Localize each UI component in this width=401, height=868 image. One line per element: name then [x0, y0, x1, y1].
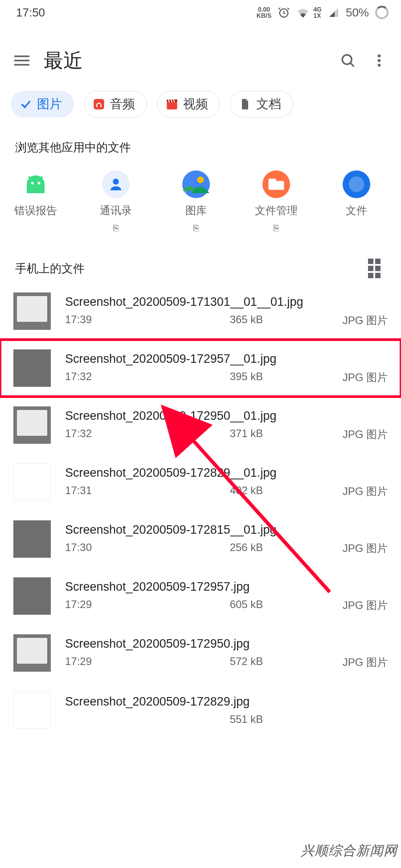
filter-chips: 图片 音频 视频 文档: [0, 83, 401, 130]
chip-docs[interactable]: 文档: [230, 91, 293, 118]
file-time: 17:39: [65, 313, 163, 328]
file-size: 605 kB: [163, 598, 330, 612]
battery-ring-icon: [375, 6, 389, 19]
network-type-top: 4G: [313, 6, 322, 12]
battery-percent: 50%: [346, 6, 369, 20]
page-title: 最近: [44, 48, 83, 74]
file-row[interactable]: Screenshot_20200509-172950__01.jpg17:323…: [0, 397, 401, 454]
app-source-filemanager[interactable]: 文件管理 ⎘: [236, 170, 316, 235]
file-time: 17:29: [65, 598, 163, 612]
file-thumbnail: [13, 292, 51, 330]
file-size: 256 kB: [163, 541, 330, 556]
file-size: 371 kB: [163, 427, 330, 442]
app-bar: 最近: [0, 38, 401, 83]
file-type: [330, 713, 388, 726]
file-row[interactable]: Screenshot_20200509-172829.jpg551 kB: [0, 681, 401, 738]
svg-rect-1: [14, 56, 29, 57]
file-subline: 17:32395 kBJPG 图片: [65, 370, 388, 385]
file-thumbnail: [13, 577, 51, 615]
watermark: 兴顺综合新闻网: [297, 841, 401, 861]
app-source-files[interactable]: 文件: [316, 170, 397, 235]
file-subline: 17:32371 kBJPG 图片: [65, 427, 388, 442]
network-type-bottom: 1X: [313, 12, 322, 19]
chip-video-label: 视频: [183, 96, 208, 113]
file-name: Screenshot_20200509-172957__01.jpg: [65, 352, 388, 366]
file-thumbnail: [13, 520, 51, 558]
svg-point-18: [197, 177, 204, 183]
file-row[interactable]: Screenshot_20200509-172829__01.jpg17:314…: [0, 454, 401, 511]
section-phone-files-label: 手机上的文件: [15, 261, 85, 276]
file-size: 365 kB: [163, 313, 330, 328]
wifi-icon: [296, 7, 310, 18]
file-time: 17:31: [65, 484, 163, 499]
external-icon: ⎘: [274, 223, 279, 235]
file-list: Screenshot_20200509-171301__01__01.jpg17…: [0, 283, 401, 738]
app-sources-row[interactable]: 错误报告 通讯录 ⎘ 图库 ⎘ 文件管理 ⎘ 文件: [0, 160, 401, 249]
file-thumbnail: [13, 463, 51, 501]
chip-images[interactable]: 图片: [11, 91, 74, 118]
file-row[interactable]: Screenshot_20200509-172957__01.jpg17:323…: [0, 340, 401, 397]
svg-rect-20: [269, 181, 284, 190]
status-bar: 17:50 0.00 KB/S 4G 1X 50%: [0, 0, 401, 25]
menu-button[interactable]: [6, 53, 37, 68]
svg-point-12: [31, 182, 34, 185]
file-row[interactable]: Screenshot_20200509-172815__01.jpg17:302…: [0, 511, 401, 568]
clapper-icon: [165, 97, 179, 111]
app-source-label: 图库: [185, 203, 207, 218]
chip-audio[interactable]: 音频: [84, 91, 147, 118]
svg-rect-2: [14, 60, 29, 61]
file-type: JPG 图片: [330, 598, 388, 612]
svg-rect-9: [94, 99, 104, 109]
section-other-apps: 浏览其他应用中的文件: [0, 130, 401, 160]
gallery-icon: [182, 170, 210, 198]
file-name: Screenshot_20200509-172815__01.jpg: [65, 523, 388, 537]
file-subline: 551 kB: [65, 713, 388, 726]
file-size: 551 kB: [163, 713, 330, 726]
network-speed: 0.00 KB/S: [257, 6, 271, 19]
external-icon: ⎘: [193, 223, 199, 235]
headphones-icon: [92, 97, 106, 111]
signal-icon: [328, 7, 340, 18]
app-source-contacts[interactable]: 通讯录 ⎘: [76, 170, 156, 235]
file-time: 17:32: [65, 370, 163, 385]
search-button[interactable]: [332, 53, 364, 69]
file-meta: Screenshot_20200509-171301__01__01.jpg17…: [65, 295, 388, 328]
file-time: [65, 713, 163, 726]
folder-icon: [262, 170, 290, 198]
svg-point-6: [378, 54, 381, 57]
file-subline: 17:29572 kBJPG 图片: [65, 655, 388, 669]
file-time: 17:32: [65, 427, 163, 442]
file-row[interactable]: Screenshot_20200509-171301__01__01.jpg17…: [0, 283, 401, 340]
file-meta: Screenshot_20200509-172950.jpg17:29572 k…: [65, 637, 388, 669]
status-time: 17:50: [16, 6, 45, 20]
chip-video[interactable]: 视频: [157, 91, 220, 118]
svg-rect-10: [167, 102, 177, 109]
file-row[interactable]: Screenshot_20200509-172957.jpg17:29605 k…: [0, 568, 401, 625]
document-icon: [238, 97, 252, 111]
status-right: 0.00 KB/S 4G 1X 50%: [257, 6, 389, 20]
app-source-label: 文件: [346, 203, 367, 218]
app-source-label: 通讯录: [100, 203, 132, 218]
app-source-bugreport[interactable]: 错误报告: [0, 170, 76, 235]
svg-point-8: [378, 64, 381, 67]
file-time: 17:29: [65, 655, 163, 669]
app-source-gallery[interactable]: 图库 ⎘: [156, 170, 236, 235]
app-source-label: 文件管理: [255, 203, 298, 218]
contacts-icon: [102, 170, 130, 198]
file-name: Screenshot_20200509-172829.jpg: [65, 695, 388, 709]
file-row[interactable]: Screenshot_20200509-172950.jpg17:29572 k…: [0, 625, 401, 681]
file-type: JPG 图片: [330, 370, 388, 385]
alarm-icon: [278, 6, 290, 19]
file-size: 395 kB: [163, 370, 330, 385]
network-speed-unit: KB/S: [257, 12, 271, 19]
file-subline: 17:39365 kBJPG 图片: [65, 313, 388, 328]
view-toggle-button[interactable]: [368, 259, 386, 278]
svg-point-7: [378, 59, 381, 62]
file-type: JPG 图片: [330, 427, 388, 442]
file-size: 572 kB: [163, 655, 330, 669]
svg-rect-3: [14, 64, 29, 66]
chip-audio-label: 音频: [110, 96, 135, 113]
svg-point-13: [38, 182, 41, 185]
more-button[interactable]: [364, 53, 395, 69]
chip-images-label: 图片: [37, 96, 62, 113]
